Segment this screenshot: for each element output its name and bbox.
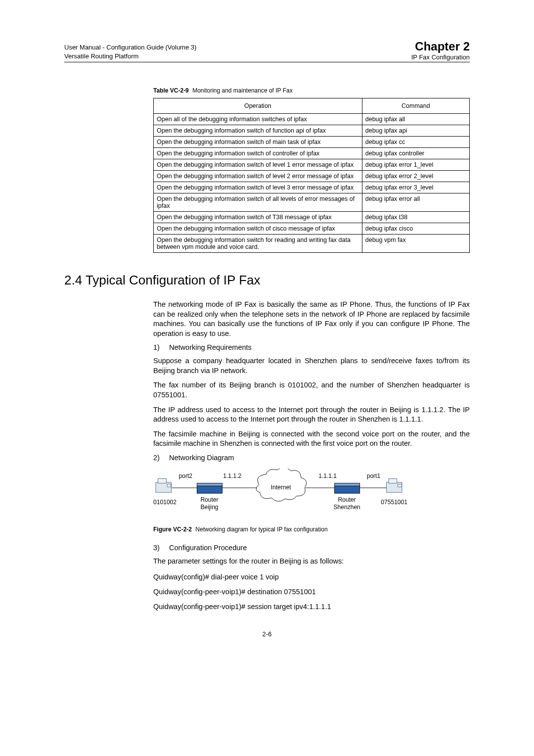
- paragraph: The networking mode of IP Fax is basical…: [153, 300, 470, 338]
- svg-rect-7: [386, 482, 402, 492]
- table-row: Open the debugging information switch of…: [154, 137, 470, 148]
- diagram-ip-right-label: 1.1.1.1: [318, 472, 337, 479]
- command-table: Operation Command Open all of the debugg…: [153, 98, 470, 253]
- header-left-line1: User Manual - Configuration Guide (Volum…: [64, 43, 196, 52]
- figure-caption-label: Figure VC-2-2: [153, 526, 192, 533]
- cell-op: Open the debugging information switch of…: [154, 212, 362, 223]
- fax-right-icon: [386, 478, 402, 492]
- cell-cmd: debug ipfax controller: [362, 148, 469, 159]
- svg-rect-0: [156, 482, 172, 492]
- page-header: User Manual - Configuration Guide (Volum…: [64, 40, 470, 62]
- cell-cmd: debug ipfax all: [362, 114, 469, 125]
- svg-rect-6: [335, 483, 360, 486]
- list-item: 1) Networking Requirements: [153, 343, 470, 351]
- table-row: Open the debugging information switch of…: [154, 148, 470, 159]
- cell-op: Open the debugging information switch of…: [154, 137, 362, 148]
- item-label: Configuration Procedure: [169, 544, 247, 552]
- table-row: Open the debugging information switch of…: [154, 182, 470, 193]
- cell-op: Open all of the debugging information sw…: [154, 114, 362, 125]
- svg-rect-8: [389, 478, 397, 483]
- paragraph: The parameter settings for the router in…: [153, 557, 470, 567]
- paragraph: The facsimile machine in Beijing is conn…: [153, 429, 470, 449]
- section-heading: 2.4 Typical Configuration of IP Fax: [64, 273, 470, 288]
- svg-rect-1: [158, 478, 167, 483]
- cell-op: Open the debugging information switch fo…: [154, 235, 362, 253]
- table-row: Open the debugging information switch of…: [154, 193, 470, 212]
- diagram-router-left-l1: Router: [200, 496, 218, 503]
- router-left-icon: [197, 483, 222, 493]
- th-operation: Operation: [154, 98, 362, 114]
- cell-cmd: debug ipfax cisco: [362, 223, 469, 235]
- item-label: Networking Diagram: [169, 454, 234, 462]
- table-row: Open the debugging information switch of…: [154, 223, 470, 235]
- table-row: Open the debugging information switch fo…: [154, 235, 470, 253]
- svg-rect-2: [167, 484, 171, 487]
- cell-cmd: debug ipfax api: [362, 125, 469, 137]
- cell-op: Open the debugging information switch of…: [154, 182, 362, 193]
- item-number: 1): [153, 343, 167, 351]
- config-command: Quidway(config)# dial-peer voice 1 voip: [153, 573, 470, 581]
- fax-left-icon: [156, 478, 172, 492]
- th-command: Command: [362, 98, 469, 114]
- config-command: Quidway(config-peer-voip1)# destination …: [153, 588, 470, 596]
- header-left-line2: Versatile Routing Platform: [64, 52, 196, 61]
- list-item: 2) Networking Diagram: [153, 454, 470, 462]
- diagram-internet-label: Internet: [271, 483, 292, 490]
- svg-rect-5: [335, 485, 360, 493]
- diagram-fax-left-number: 0101002: [153, 499, 177, 506]
- diagram-port1-label: port1: [367, 472, 381, 479]
- paragraph: The fax number of its Beijing branch is …: [153, 380, 470, 400]
- table-caption-label: Table VC-2-9: [153, 87, 189, 94]
- header-subtitle: IP Fax Configuration: [411, 53, 470, 61]
- table-row: Open the debugging information switch of…: [154, 212, 470, 223]
- diagram-router-right-l1: Router: [338, 496, 356, 503]
- cell-op: Open the debugging information switch of…: [154, 193, 362, 212]
- cell-cmd: debug ipfax cc: [362, 137, 469, 148]
- page-number: 2-6: [64, 630, 470, 638]
- network-diagram: Internet: [153, 469, 410, 519]
- config-command: Quidway(config-peer-voip1)# session targ…: [153, 603, 470, 611]
- diagram-router-right-l2: Shenzhen: [334, 503, 360, 510]
- figure-caption-text: Networking diagram for typical IP fax co…: [195, 526, 327, 533]
- cell-cmd: debug ipfax error 3_level: [362, 182, 469, 193]
- cell-cmd: debug ipfax t38: [362, 212, 469, 223]
- item-number: 3): [153, 544, 167, 552]
- diagram-fax-right-number: 07551001: [381, 499, 407, 506]
- cell-cmd: debug ipfax error 1_level: [362, 159, 469, 171]
- figure-caption: Figure VC-2-2 Networking diagram for typ…: [153, 526, 470, 533]
- table-caption-text: Monitoring and maintenance of IP Fax: [192, 87, 293, 94]
- cell-op: Open the debugging information switch of…: [154, 171, 362, 182]
- cell-cmd: debug ipfax error all: [362, 193, 469, 212]
- cell-cmd: debug ipfax error 2_level: [362, 171, 469, 182]
- svg-rect-3: [197, 485, 222, 493]
- header-chapter: Chapter 2: [411, 40, 470, 53]
- svg-rect-4: [197, 483, 222, 486]
- cell-op: Open the debugging information switch of…: [154, 148, 362, 159]
- diagram-router-left-l2: Beijing: [200, 503, 218, 510]
- svg-rect-9: [398, 484, 401, 487]
- diagram-port2-label: port2: [179, 472, 193, 479]
- cell-op: Open the debugging information switch of…: [154, 125, 362, 137]
- list-item: 3) Configuration Procedure: [153, 544, 470, 552]
- router-right-icon: [335, 483, 360, 493]
- cell-op: Open the debugging information switch of…: [154, 223, 362, 235]
- item-number: 2): [153, 454, 167, 462]
- diagram-ip-left-label: 1.1.1.2: [223, 472, 241, 479]
- table-caption: Table VC-2-9 Monitoring and maintenance …: [153, 87, 470, 94]
- table-row: Open the debugging information switch of…: [154, 125, 470, 137]
- cell-cmd: debug vpm fax: [362, 235, 469, 253]
- cell-op: Open the debugging information switch of…: [154, 159, 362, 171]
- table-row: Open the debugging information switch of…: [154, 171, 470, 182]
- paragraph: The IP address used to access to the Int…: [153, 405, 470, 425]
- table-row: Open the debugging information switch of…: [154, 159, 470, 171]
- table-row: Open all of the debugging information sw…: [154, 114, 470, 125]
- item-label: Networking Requirements: [169, 343, 252, 351]
- paragraph: Suppose a company headquarter located in…: [153, 356, 470, 376]
